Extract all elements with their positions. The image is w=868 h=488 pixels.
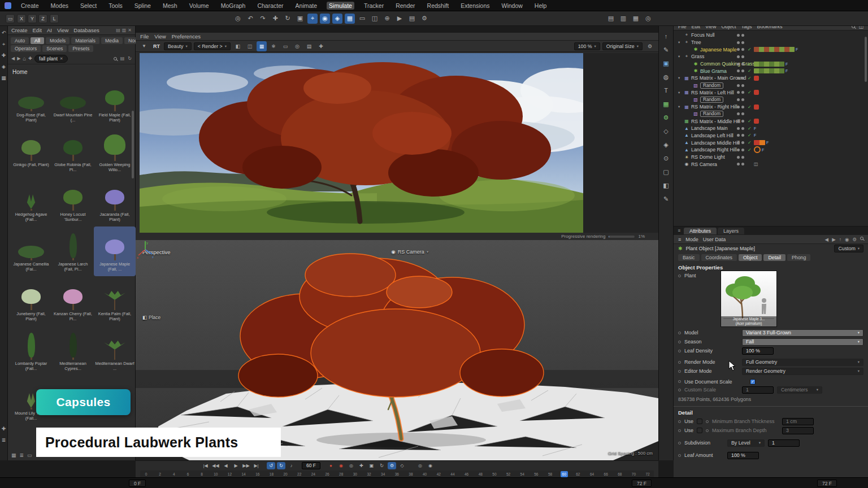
doc-end-field[interactable]: 72 F	[817, 480, 837, 487]
jump-end-icon[interactable]: ▶|	[252, 462, 261, 469]
solo-on-icon[interactable]: ◉	[426, 462, 435, 469]
tag-chips[interactable]	[754, 133, 756, 138]
object-name[interactable]: RS Camera	[691, 162, 717, 167]
rt-toggle[interactable]: RT	[151, 43, 162, 49]
workplane-icon[interactable]: ▭	[357, 14, 367, 24]
tree-row[interactable]: Focus Null	[674, 32, 868, 39]
anim-bullet[interactable]	[678, 429, 681, 432]
menu-item[interactable]: Help	[532, 2, 549, 10]
enable-check[interactable]: ✓	[748, 140, 752, 145]
sound-icon[interactable]: ♪	[287, 462, 296, 469]
filter-tab[interactable]: Media	[101, 37, 123, 44]
enable-check[interactable]: ✓	[748, 104, 752, 110]
menu-item[interactable]: Mesh	[160, 2, 180, 10]
field-tool-icon[interactable]: ◇	[661, 125, 672, 137]
object-name[interactable]: Japanese Maple	[700, 47, 737, 53]
frame-tick[interactable]: 62	[574, 471, 581, 477]
object-name[interactable]: Landscape Main	[691, 125, 728, 131]
pingpong-icon[interactable]: ↻	[277, 462, 285, 469]
menu-item[interactable]: Simulate	[327, 2, 354, 10]
add-filter-icon[interactable]: ✚	[28, 56, 32, 61]
undo-strip-icon[interactable]: ↶	[1, 29, 7, 36]
list-strip-icon[interactable]: ≣	[1, 437, 7, 443]
tag-chips[interactable]	[754, 68, 788, 73]
capture-icon[interactable]: ◎	[643, 14, 653, 24]
asset-item[interactable]: Honey Locust 'Sunbur...	[52, 177, 94, 226]
visibility-dots[interactable]	[737, 112, 744, 115]
enable-check[interactable]: ✓	[748, 147, 752, 152]
frame-tick[interactable]: 16	[254, 471, 261, 477]
attribute-tab[interactable]: Attributes	[684, 228, 717, 234]
asset-scrollbar[interactable]	[132, 111, 134, 178]
expand-toggle[interactable]: ▾	[678, 76, 683, 80]
freeze-icon[interactable]: ❄	[268, 41, 279, 51]
frame-tick[interactable]: 0	[142, 471, 150, 477]
tag-chips[interactable]	[754, 147, 764, 152]
editor-mode-dropdown[interactable]: Render Geometry	[742, 368, 863, 375]
menu-item[interactable]: Animate	[293, 2, 320, 10]
tree-row[interactable]: ▾ RS Matrix - Left Hill ✓	[674, 89, 868, 97]
section-tab[interactable]: Basic	[678, 254, 700, 261]
pla-key-icon[interactable]: ◇	[398, 462, 406, 469]
sub-tab[interactable]: Operators	[11, 45, 41, 52]
solo-off-icon[interactable]: ◎	[416, 462, 424, 469]
asset-item[interactable]: Lombardy Poplar (Fall...	[10, 326, 52, 376]
sub-tab[interactable]: Presets	[68, 45, 93, 52]
save-render-icon[interactable]: ▼	[139, 41, 149, 51]
section-tab[interactable]: Detail	[763, 254, 785, 261]
asset-item[interactable]: Juneberry (Fall, Plant)	[10, 276, 52, 326]
leaf-amount-field[interactable]: 100 %	[727, 452, 759, 459]
tree-row[interactable]: Random	[674, 96, 868, 103]
mirror-icon[interactable]: ◫	[370, 14, 380, 24]
visibility-dots[interactable]	[737, 41, 744, 44]
place-tool-label[interactable]: ◧ Place	[142, 315, 160, 320]
scale-key-icon[interactable]: ▣	[367, 462, 376, 469]
anim-bullet[interactable]	[678, 380, 681, 383]
snap-icon[interactable]: ◈	[332, 14, 342, 24]
list-view-icon[interactable]: ≣	[20, 452, 24, 458]
search-filter-pill[interactable]: fall plant ✕	[34, 55, 68, 63]
tag-chips[interactable]	[754, 62, 788, 67]
asset-menu-item[interactable]: View	[57, 27, 68, 33]
frame-tick[interactable]: 58	[546, 471, 554, 477]
max-branch-checkbox[interactable]	[697, 428, 702, 433]
asset-item[interactable]: Mediterranean Cypres...	[52, 326, 94, 376]
object-name[interactable]: Landscape Left Hill	[691, 133, 734, 138]
back-icon[interactable]: ◀	[11, 56, 15, 61]
frame-tick[interactable]: 2	[157, 471, 164, 477]
object-name[interactable]: RS Matrix - Middle Hill	[691, 119, 740, 124]
object-name[interactable]: Focus Null	[691, 32, 715, 38]
visibility-dots[interactable]	[737, 84, 744, 87]
workplane-button[interactable]: ▭	[6, 14, 15, 23]
visibility-dots[interactable]	[737, 127, 744, 130]
folder-icon[interactable]: ▤	[120, 56, 125, 61]
menu-item[interactable]: Tools	[106, 2, 125, 10]
aov-icon[interactable]: ▤	[304, 41, 314, 51]
axis-lock-button[interactable]: X	[17, 14, 26, 23]
expand-toggle[interactable]: ▾	[678, 54, 683, 59]
filter-tab[interactable]: Materials	[71, 37, 99, 44]
frame-tick[interactable]: 56	[532, 471, 540, 477]
jump-start-icon[interactable]: |◀	[201, 462, 210, 469]
frame-tick[interactable]: 70	[630, 471, 637, 477]
object-name[interactable]: Random	[700, 111, 723, 117]
tree-row[interactable]: ▾ Tree	[674, 39, 868, 46]
frame-tick[interactable]: 66	[602, 471, 610, 477]
object-name[interactable]: Tree	[691, 40, 701, 45]
info-view-icon[interactable]: ▭	[27, 452, 32, 458]
move-tool-icon[interactable]: ✚	[270, 14, 280, 24]
lock-icon[interactable]: ◉	[845, 237, 849, 242]
clear-filter-icon[interactable]: ✕	[60, 56, 63, 61]
frame-tick[interactable]: 24	[310, 471, 317, 477]
scale-tool-icon[interactable]: ▣	[295, 14, 305, 24]
enable-check[interactable]: ✓	[748, 76, 752, 81]
beauty-select[interactable]: Beauty	[164, 42, 192, 50]
tree-row[interactable]: Random	[674, 111, 868, 118]
parameter-key-icon[interactable]: ⚙	[388, 462, 396, 469]
asset-menu-item[interactable]: Edit	[33, 27, 42, 33]
use-doc-scale-checkbox[interactable]	[750, 379, 756, 385]
live-selection-icon[interactable]: ◎	[233, 14, 243, 24]
compare-icon[interactable]: ◫	[245, 41, 255, 51]
dock-icon[interactable]: ▤	[116, 28, 120, 33]
frame-tick[interactable]: 42	[435, 471, 442, 477]
